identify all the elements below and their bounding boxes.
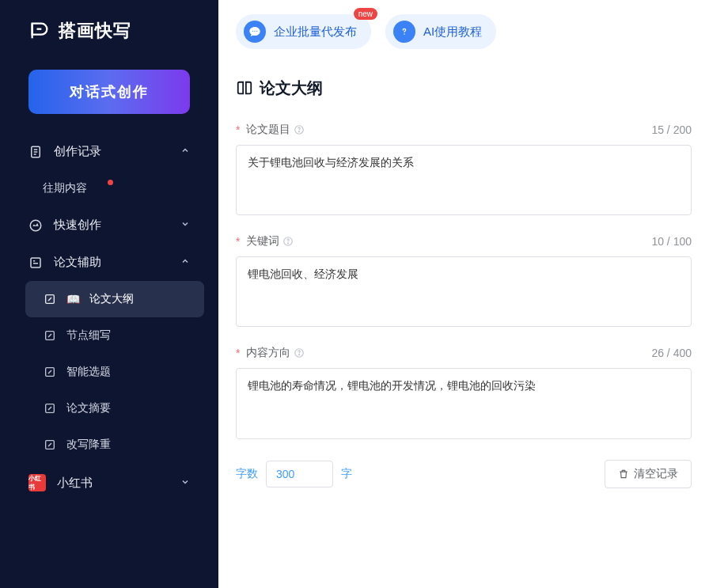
nav-header-history[interactable]: 创作记录	[14, 133, 204, 170]
publish-label: 企业批量代发布	[274, 25, 357, 40]
chevron-up-icon	[180, 256, 190, 268]
nav-item-label: 智能选题	[66, 365, 111, 379]
edit-icon	[43, 292, 57, 306]
field-label: * 内容方向	[236, 346, 305, 360]
topic-input[interactable]	[236, 145, 692, 215]
svg-point-12	[404, 33, 405, 35]
document-icon	[28, 145, 43, 159]
nav-item-label: 改写降重	[66, 438, 111, 452]
nav-group-history: 创作记录 往期内容	[0, 133, 218, 207]
field-keywords: * 关键词 10 / 100	[236, 234, 692, 330]
field-label: * 论文题目	[236, 123, 305, 137]
question-icon	[393, 21, 415, 43]
required-star-icon: *	[236, 235, 240, 248]
nav-header-paper[interactable]: 论文辅助	[14, 244, 204, 281]
nav-item-rewrite[interactable]: 改写降重	[25, 427, 204, 463]
app-name: 搭画快写	[59, 19, 131, 43]
nav-item-abstract[interactable]: 论文摘要	[25, 390, 204, 427]
help-icon[interactable]	[282, 236, 294, 247]
svg-point-9	[254, 31, 255, 32]
nav-header-quick[interactable]: 快速创作	[14, 207, 204, 244]
form: * 论文题目 15 / 200 * 关键词 10 / 100	[218, 107, 709, 442]
keywords-input[interactable]	[236, 256, 692, 327]
tutorial-label: AI使用教程	[423, 25, 482, 40]
page-title-text: 论文大纲	[260, 78, 323, 99]
new-badge: new	[354, 8, 377, 20]
label-text: 内容方向	[246, 346, 290, 360]
create-button[interactable]: 对话式创作	[28, 70, 190, 114]
field-label: * 关键词	[236, 234, 294, 248]
char-counter: 10 / 100	[651, 235, 692, 248]
nav-header-xhs[interactable]: 小红书 小红书	[14, 463, 204, 503]
field-direction: * 内容方向 26 / 400	[236, 346, 692, 442]
svg-point-8	[252, 31, 253, 32]
nav-item-outline[interactable]: 📖 论文大纲	[25, 281, 204, 317]
char-counter: 26 / 400	[651, 347, 692, 359]
nav-item-label: 往期内容	[43, 181, 87, 195]
nav-item-detail[interactable]: 节点细写	[25, 317, 204, 354]
edit-icon	[43, 365, 57, 379]
nav-group-quick: 快速创作	[0, 207, 218, 244]
nav-item-label: 节点细写	[66, 328, 111, 343]
bottom-controls: 字数 字 清空记录	[218, 442, 709, 506]
clear-button[interactable]: 清空记录	[605, 460, 692, 488]
tutorial-pill[interactable]: AI使用教程	[385, 14, 496, 49]
clear-label: 清空记录	[634, 467, 678, 481]
publish-pill[interactable]: 企业批量代发布 new	[236, 14, 371, 49]
nav-group-xhs: 小红书 小红书	[0, 463, 218, 503]
word-count-label: 字数	[236, 467, 258, 481]
direction-input[interactable]	[236, 368, 692, 438]
svg-point-18	[299, 355, 300, 355]
logo-icon	[28, 20, 51, 42]
xiaohongshu-icon: 小红书	[28, 474, 46, 491]
nav-group-paper: 论文辅助 📖 论文大纲 节点细写	[0, 244, 218, 463]
main-content: 企业批量代发布 new AI使用教程 论文大纲 * 论文题目 15 / 200	[218, 0, 709, 588]
book-icon	[236, 80, 253, 97]
label-text: 关键词	[246, 234, 279, 248]
topbar: 企业批量代发布 new AI使用教程	[218, 0, 709, 55]
field-topic: * 论文题目 15 / 200	[236, 123, 692, 218]
nav-label: 论文辅助	[54, 255, 101, 270]
sidebar: 搭画快写 对话式创作 创作记录 往期内容 快速创作	[0, 0, 218, 588]
edit-icon	[43, 401, 57, 415]
required-star-icon: *	[236, 347, 240, 359]
word-count-input[interactable]	[266, 461, 333, 487]
help-icon[interactable]	[294, 124, 305, 135]
svg-point-10	[256, 31, 257, 32]
label-text: 论文题目	[246, 123, 290, 137]
nav-label: 小红书	[57, 476, 93, 491]
edit-icon	[43, 438, 57, 452]
nav-label: 创作记录	[54, 144, 101, 159]
svg-point-16	[288, 243, 289, 244]
crown-icon	[28, 218, 43, 233]
chat-icon	[244, 21, 266, 43]
page-title: 论文大纲	[218, 55, 709, 107]
required-star-icon: *	[236, 123, 240, 136]
trash-icon	[618, 469, 629, 480]
nav-item-topic[interactable]: 智能选题	[25, 354, 204, 390]
nav-label: 快速创作	[54, 218, 101, 233]
char-counter: 15 / 200	[651, 123, 692, 136]
notification-dot-icon	[108, 180, 113, 185]
nav-item-label: 论文摘要	[66, 401, 111, 415]
chevron-up-icon	[180, 146, 190, 157]
help-icon[interactable]	[294, 347, 305, 358]
word-count-suffix: 字	[341, 467, 352, 481]
book-emoji-icon: 📖	[66, 293, 80, 305]
nav-item-label: 论文大纲	[89, 292, 134, 306]
nav-item-past-content[interactable]: 往期内容	[25, 170, 204, 207]
paper-icon	[28, 256, 43, 270]
chevron-down-icon	[180, 477, 190, 489]
edit-icon	[43, 328, 57, 343]
logo: 搭画快写	[0, 0, 218, 59]
chevron-down-icon	[180, 219, 190, 231]
svg-point-14	[299, 131, 300, 132]
